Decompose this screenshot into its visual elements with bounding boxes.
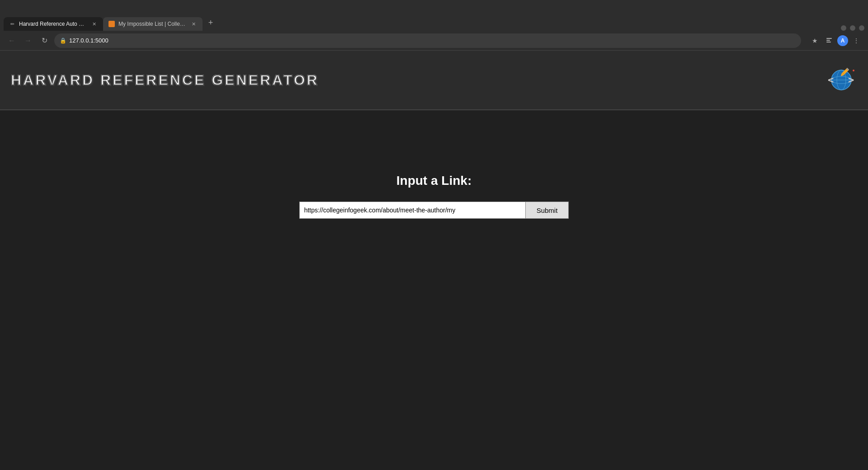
submit-button[interactable]: Submit: [525, 202, 569, 219]
tab-title-1: Harvard Reference Auto Builder: [19, 21, 87, 27]
new-tab-button[interactable]: +: [204, 16, 217, 29]
url-input[interactable]: [299, 202, 525, 219]
svg-text:>: >: [848, 74, 854, 85]
bookmark-button[interactable]: ★: [808, 34, 821, 47]
restore-button[interactable]: ❐: [850, 25, 855, 31]
title-bar: [0, 0, 868, 14]
forward-button[interactable]: →: [22, 34, 34, 47]
address-bar[interactable]: [69, 37, 796, 44]
tab-title-2: My Impossible List | College Info...: [118, 21, 186, 27]
app-title: HARVARD REFERENCE GENERATOR: [11, 72, 319, 89]
close-button[interactable]: ✕: [859, 25, 864, 31]
tab-college-info[interactable]: My Impossible List | College Info... ✕: [103, 17, 203, 31]
tab-favicon-orange: [108, 21, 115, 27]
minimize-button[interactable]: —: [841, 25, 846, 31]
main-area: Input a Link: Submit: [0, 110, 868, 219]
window-controls: — ❐ ✕: [841, 25, 864, 31]
nav-right-icons: ★ A ⋮: [808, 34, 863, 47]
back-button[interactable]: ←: [5, 34, 18, 47]
navbar: ← → ↻ 🔒 ★ A ⋮: [0, 31, 868, 51]
svg-rect-2: [826, 42, 831, 42]
tabs-bar: ✏ Harvard Reference Auto Builder ✕ My Im…: [0, 14, 868, 31]
input-row: Submit: [299, 202, 569, 219]
logo-icon: < >: [826, 64, 857, 96]
tab-favicon-pencil: ✏: [9, 21, 15, 27]
tab-harvard-reference[interactable]: ✏ Harvard Reference Auto Builder ✕: [4, 17, 103, 31]
svg-text:<: <: [828, 74, 834, 85]
menu-button[interactable]: ⋮: [850, 34, 863, 47]
account-button[interactable]: A: [837, 35, 848, 46]
address-bar-container[interactable]: 🔒: [54, 33, 801, 48]
tab-close-2[interactable]: ✕: [190, 20, 197, 28]
page-content: HARVARD REFERENCE GENERATOR < >: [0, 51, 868, 470]
svg-rect-1: [826, 40, 830, 41]
svg-rect-0: [826, 38, 832, 39]
reload-button[interactable]: ↻: [38, 34, 51, 47]
lock-icon: 🔒: [60, 38, 66, 44]
svg-point-13: [853, 70, 854, 71]
tab-close-1[interactable]: ✕: [90, 20, 98, 28]
tab-search-button[interactable]: [823, 34, 835, 47]
app-header: HARVARD REFERENCE GENERATOR < >: [0, 51, 868, 109]
input-label: Input a Link:: [396, 174, 472, 188]
